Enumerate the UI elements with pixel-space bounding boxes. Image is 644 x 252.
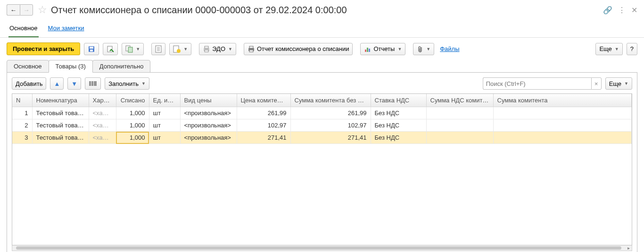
create-based-on-button[interactable]: ▼	[122, 43, 144, 55]
barcode-button[interactable]	[85, 77, 101, 90]
svg-rect-20	[369, 49, 370, 52]
cell-price[interactable]: 102,97	[237, 119, 290, 132]
add-row-button[interactable]: Добавить	[12, 77, 46, 90]
horizontal-scrollbar[interactable]: ▸	[12, 245, 632, 251]
post-icon	[107, 45, 114, 53]
table-row[interactable]: 3Тестовый товар 3<хара...1,000шт<произво…	[12, 132, 632, 144]
document-icon	[155, 45, 162, 53]
svg-point-11	[177, 49, 181, 53]
svg-rect-18	[365, 50, 366, 52]
save-icon	[88, 45, 95, 53]
cell-characteristic[interactable]: <хара...	[89, 119, 116, 132]
cell-vat-sum[interactable]	[426, 119, 493, 132]
printer-icon	[248, 46, 255, 52]
favorite-star-icon[interactable]: ☆	[38, 4, 47, 16]
table-more-button[interactable]: Еще▼	[605, 77, 632, 90]
paperclip-icon	[417, 45, 423, 53]
cell-unit[interactable]: шт	[149, 107, 180, 119]
cell-vat-sum[interactable]	[426, 132, 493, 144]
table-row[interactable]: 2Тестовый товар 2<хара...1,000шт<произво…	[12, 119, 632, 132]
svg-rect-2	[90, 50, 93, 51]
sub-tab-more[interactable]: Дополнительно	[92, 60, 151, 73]
col-committent-sum[interactable]: Сумма комитента	[493, 94, 632, 107]
printer-icon	[203, 46, 210, 52]
svg-rect-17	[249, 50, 253, 52]
chart-icon	[364, 46, 372, 52]
cell-price[interactable]: 261,99	[237, 107, 290, 119]
document-button[interactable]	[151, 43, 165, 55]
cell-n[interactable]: 3	[12, 132, 32, 144]
link-icon[interactable]: 🔗	[603, 6, 612, 15]
goods-table[interactable]: N Номенклатура Характ... Списано Ед. изм…	[12, 94, 632, 144]
cell-sum-no-vat[interactable]: 102,97	[290, 119, 371, 132]
col-characteristic[interactable]: Характ...	[89, 94, 116, 107]
cell-vat-rate[interactable]: Без НДС	[371, 132, 426, 144]
cell-price-type[interactable]: <произвольная>	[180, 107, 237, 119]
cell-written-off[interactable]: 1,000	[116, 107, 149, 119]
cell-vat-rate[interactable]: Без НДС	[371, 107, 426, 119]
cell-sum-no-vat[interactable]: 271,41	[290, 132, 371, 144]
cell-total[interactable]	[493, 119, 632, 132]
cell-nomenclature[interactable]: Тестовый товар 3	[32, 132, 89, 144]
kebab-menu-icon[interactable]: ⋮	[618, 6, 626, 15]
svg-rect-19	[367, 48, 368, 52]
nav-back-button[interactable]: ←	[7, 4, 20, 16]
col-price-type[interactable]: Вид цены	[180, 94, 237, 107]
top-tab-main[interactable]: Основное	[8, 22, 39, 37]
col-n[interactable]: N	[12, 94, 32, 107]
fill-button[interactable]: Заполнить▼	[105, 77, 149, 90]
print-report-button[interactable]: Отчет комиссионера о списании	[244, 43, 353, 55]
cell-nomenclature[interactable]: Тестовый товар 1	[32, 107, 89, 119]
svg-rect-1	[90, 47, 93, 49]
svg-rect-16	[249, 46, 253, 48]
cell-sum-no-vat[interactable]: 261,99	[290, 107, 371, 119]
col-vat-rate[interactable]: Ставка НДС	[371, 94, 426, 107]
cell-nomenclature[interactable]: Тестовый товар 2	[32, 119, 89, 132]
cell-price[interactable]: 271,41	[237, 132, 290, 144]
cell-n[interactable]: 1	[12, 107, 32, 119]
col-written-off[interactable]: Списано	[116, 94, 149, 107]
close-icon[interactable]: ✕	[631, 6, 637, 15]
move-up-button[interactable]: ▲	[50, 77, 64, 90]
col-nomenclature[interactable]: Номенклатура	[32, 94, 89, 107]
sub-tab-goods[interactable]: Товары (3)	[49, 60, 93, 73]
cell-vat-rate[interactable]: Без НДС	[371, 119, 426, 132]
top-tab-notes[interactable]: Мои заметки	[47, 22, 85, 37]
cell-price-type[interactable]: <произвольная>	[180, 119, 237, 132]
table-search-input[interactable]	[483, 77, 591, 90]
svg-rect-5	[128, 47, 132, 52]
col-sum-no-vat[interactable]: Сумма комитента без НДС	[290, 94, 371, 107]
cell-price-type[interactable]: <произвольная>	[180, 132, 237, 144]
cell-characteristic[interactable]: <хара...	[89, 132, 116, 144]
cell-written-off[interactable]: 1,000	[116, 119, 149, 132]
toolbar-more-button[interactable]: Еще▼	[595, 43, 622, 55]
extra-document-button[interactable]: ▼	[169, 43, 191, 55]
save-button[interactable]	[84, 43, 99, 55]
post-button[interactable]	[103, 43, 118, 55]
cell-unit[interactable]: шт	[149, 132, 180, 144]
move-down-button[interactable]: ▼	[67, 77, 81, 90]
table-row[interactable]: 1Тестовый товар 1<хара...1,000шт<произво…	[12, 107, 632, 119]
files-link[interactable]: Файлы	[440, 45, 459, 52]
cell-characteristic[interactable]: <хара...	[89, 107, 116, 119]
cell-total[interactable]	[493, 132, 632, 144]
col-committent-price[interactable]: Цена комитента	[237, 94, 290, 107]
cell-vat-sum[interactable]	[426, 107, 493, 119]
cell-n[interactable]: 2	[12, 119, 32, 132]
barcode-icon	[89, 80, 97, 87]
sub-tab-main[interactable]: Основное	[7, 60, 49, 73]
nav-forward-button[interactable]: →	[20, 4, 33, 16]
cell-written-off[interactable]: 1,000	[116, 132, 149, 144]
col-unit[interactable]: Ед. изм.	[149, 94, 180, 107]
col-vat-sum[interactable]: Сумма НДС комите...	[426, 94, 493, 107]
based-on-icon	[125, 45, 133, 53]
arrow-down-icon: ▼	[71, 80, 77, 87]
cell-total[interactable]	[493, 107, 632, 119]
cell-unit[interactable]: шт	[149, 119, 180, 132]
search-clear-button[interactable]: ×	[591, 77, 602, 90]
post-and-close-button[interactable]: Провести и закрыть	[7, 42, 80, 55]
reports-button[interactable]: Отчеты▼	[360, 43, 405, 55]
edo-button[interactable]: ЭДО▼	[199, 43, 236, 55]
attach-button[interactable]: ▼	[413, 43, 434, 55]
help-button[interactable]: ?	[627, 43, 637, 55]
